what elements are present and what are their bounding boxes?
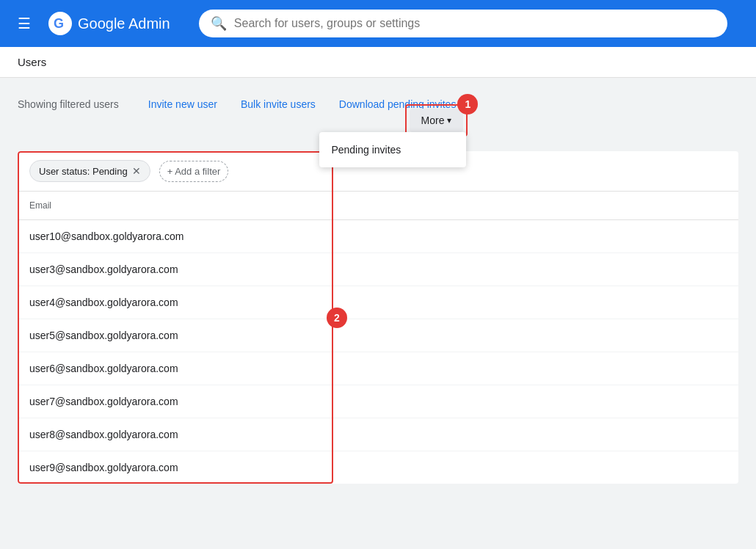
filter-chip-close-icon[interactable]: ✕ <box>132 165 141 177</box>
table-row[interactable]: user10@sandbox.goldyarora.com <box>18 220 738 253</box>
svg-text:G: G <box>54 16 64 31</box>
search-bar[interactable]: 🔍 <box>199 10 727 37</box>
search-icon: 🔍 <box>211 15 227 32</box>
table-row[interactable]: user7@sandbox.goldyarora.com <box>18 385 738 418</box>
app-title: Google Admin <box>78 15 170 32</box>
pending-invites-menu-item[interactable]: Pending invites <box>319 135 466 164</box>
user-email-cell: user8@sandbox.goldyarora.com <box>18 418 738 451</box>
status-filter-chip[interactable]: User status: Pending ✕ <box>29 160 150 182</box>
user-email-cell: user5@sandbox.goldyarora.com <box>18 319 738 352</box>
top-navigation: ☰ G Google Admin 🔍 <box>0 0 756 47</box>
more-button-label: More <box>421 114 445 126</box>
hamburger-icon[interactable]: ☰ <box>12 9 37 38</box>
table-row[interactable]: user5@sandbox.goldyarora.com <box>18 319 738 352</box>
toolbar: Showing filtered users Invite new user B… <box>18 92 738 116</box>
add-filter-button[interactable]: + Add a filter <box>159 161 229 182</box>
user-email-cell: user9@sandbox.goldyarora.com <box>18 451 738 484</box>
user-email-cell: user10@sandbox.goldyarora.com <box>18 220 738 253</box>
highlight-box-1: 1 More ▾ Pending invites <box>405 104 468 137</box>
users-table: Email user10@sandbox.goldyarora.comuser3… <box>18 192 738 484</box>
main-content: Showing filtered users Invite new user B… <box>0 78 756 547</box>
user-email-cell: user6@sandbox.goldyarora.com <box>18 352 738 385</box>
bulk-invite-link[interactable]: Bulk invite users <box>229 92 327 116</box>
invite-new-user-link[interactable]: Invite new user <box>137 92 229 116</box>
user-email-cell: user3@sandbox.goldyarora.com <box>18 253 738 286</box>
more-dropdown: Pending invites <box>319 132 466 167</box>
table-row[interactable]: user8@sandbox.goldyarora.com <box>18 418 738 451</box>
table-row[interactable]: user3@sandbox.goldyarora.com <box>18 253 738 286</box>
breadcrumb: Users <box>0 47 756 78</box>
breadcrumb-label: Users <box>18 56 46 68</box>
chevron-down-icon: ▾ <box>447 115 451 126</box>
annotation-circle-1: 1 <box>457 94 478 114</box>
filter-chip-label: User status: Pending <box>39 166 128 177</box>
table-row[interactable]: user9@sandbox.goldyarora.com <box>18 451 738 484</box>
more-button[interactable]: More ▾ <box>410 109 464 132</box>
user-email-cell: user7@sandbox.goldyarora.com <box>18 385 738 418</box>
showing-filtered-label: Showing filtered users <box>18 92 119 116</box>
google-logo-icon: G <box>48 12 72 35</box>
users-table-wrapper: 2 User status: Pending ✕ + Add a filter … <box>18 151 738 484</box>
table-row[interactable]: user4@sandbox.goldyarora.com <box>18 286 738 319</box>
column-header-email: Email <box>18 192 738 220</box>
table-row[interactable]: user6@sandbox.goldyarora.com <box>18 352 738 385</box>
user-email-cell: user4@sandbox.goldyarora.com <box>18 286 738 319</box>
search-input[interactable] <box>234 17 716 30</box>
dropdown-menu: Pending invites <box>319 132 466 167</box>
annotation-circle-2: 2 <box>327 308 347 328</box>
google-admin-logo: G Google Admin <box>48 12 170 35</box>
